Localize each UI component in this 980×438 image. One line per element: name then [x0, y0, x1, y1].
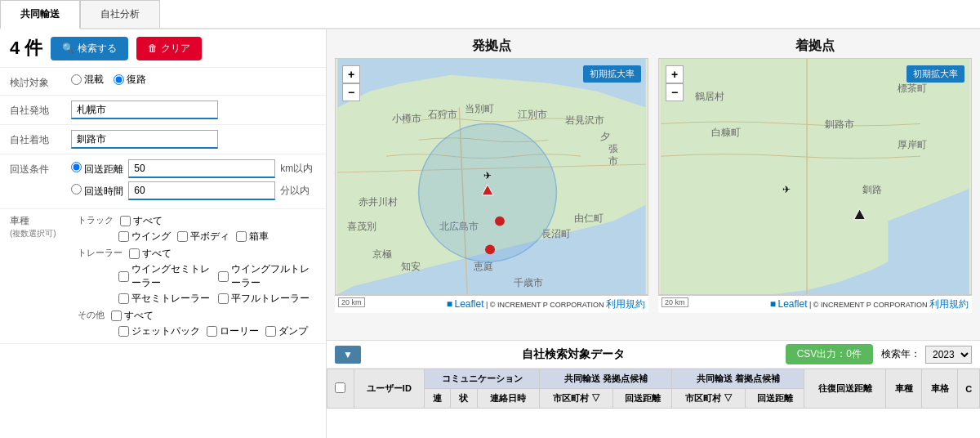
radio-distance[interactable]: 回送距離 — [71, 162, 123, 177]
th-comm-1: 連 — [424, 389, 450, 409]
truck-flat[interactable]: 平ボディ — [177, 230, 229, 244]
row-origin-city: 釧路市 — [540, 409, 613, 409]
radio-time[interactable]: 回送時間 — [71, 184, 123, 199]
other-all[interactable]: すべて — [111, 309, 154, 323]
search-button[interactable]: 🔍 検索する — [51, 37, 128, 60]
table-row: 927533 ✉ 釧路市 0km 恵庭市 27km 27km 箱車 6t — [327, 409, 980, 409]
trailer-wing-semi[interactable]: ウイングセミトレーラー — [118, 262, 216, 290]
right-map-footer: 20 km ■ Leaflet | © INCREMENT P CORPORAT… — [658, 295, 972, 313]
trailer-all[interactable]: すべて — [129, 247, 172, 261]
row-comm-1: ✉ — [424, 409, 450, 409]
right-panel: 発拠点 当別町 — [327, 29, 980, 438]
th-dest: 共同輸送 着拠点候補 — [672, 369, 804, 389]
distance-row: 回送距離 km以内 — [71, 159, 316, 178]
trailer-flat-semi[interactable]: 平セミトレーラー — [118, 292, 216, 306]
svg-text:標茶町: 標茶町 — [898, 83, 927, 94]
svg-text:✈: ✈ — [782, 184, 791, 195]
other-lowry[interactable]: ローリー — [207, 324, 259, 338]
right-map-controls: + − — [666, 65, 684, 101]
left-map-svg: 当別町 石狩市 小樽市 江別市 岩見沢市 夕 張 市 赤井川村 喜茂別 京極 知… — [336, 59, 648, 294]
row-dest-city: 恵庭市 — [672, 409, 746, 409]
data-table-container: ユーザーID コミュニケーション 共同輸送 発拠点候補 共同輸送 着拠点候補 往… — [327, 369, 980, 409]
year-dropdown[interactable]: 2023 2022 2024 — [925, 346, 972, 364]
collapse-button[interactable]: ▼ — [335, 346, 361, 364]
other-title: その他 — [78, 309, 105, 323]
th-origin-city: 市区町村 ▽ — [540, 389, 613, 409]
left-map-badge: 初期拡大率 — [583, 65, 641, 83]
svg-text:喜茂別: 喜茂別 — [347, 221, 376, 232]
origin-input[interactable] — [71, 101, 218, 119]
tab-own[interactable]: 自社分析 — [80, 0, 160, 28]
other-dump[interactable]: ダンプ — [265, 324, 308, 338]
svg-text:鶴居村: 鶴居村 — [695, 91, 724, 102]
row-other — [958, 409, 980, 409]
right-map-title: 着拠点 — [658, 38, 972, 55]
right-map: 鶴居村 標茶町 白糠町 釧路市 厚岸町 釧路 ✈ + − — [658, 58, 972, 295]
right-map-attribution: ■ Leaflet | © INCREMENT P CORPORATION 利用… — [770, 301, 969, 309]
truck-box[interactable]: 箱車 — [236, 230, 269, 244]
truck-all[interactable]: すべて — [120, 214, 163, 228]
distance-unit: km以内 — [280, 162, 313, 176]
svg-text:厚岸町: 厚岸町 — [898, 139, 927, 150]
trailer-flat-full[interactable]: 平フルトレーラー — [218, 292, 316, 306]
label-vehicle: 車種 — [10, 214, 71, 228]
left-map: 当別町 石狩市 小樽市 江別市 岩見沢市 夕 張 市 赤井川村 喜茂別 京極 知… — [335, 58, 648, 295]
bottom-header: ▼ 自社検索対象データ CSV出力：0件 検索年： 2023 2022 2024 — [327, 341, 980, 369]
th-user-id: ユーザーID — [354, 369, 424, 409]
right-map-container: 着拠点 鶴居村 — [658, 38, 972, 332]
bottom-area: ▼ 自社検索対象データ CSV出力：0件 検索年： 2023 2022 2024 — [327, 340, 980, 438]
row-origin-dist: 0km — [613, 409, 672, 409]
right-map-zoom-out[interactable]: − — [666, 83, 684, 101]
left-panel: 4 件 🔍 検索する 🗑 クリア 検討対象 混載 — [0, 29, 327, 438]
left-map-zoom-in[interactable]: + — [342, 65, 360, 83]
left-map-scale: 20 km — [338, 297, 365, 307]
data-table: ユーザーID コミュニケーション 共同輸送 発拠点候補 共同輸送 着拠点候補 往… — [327, 369, 980, 409]
th-dest-dist: 回送距離 — [746, 389, 804, 409]
svg-text:釧路: 釧路 — [862, 184, 882, 195]
th-vehicle-size: 車格 — [922, 369, 958, 409]
other-jet[interactable]: ジェットパック — [118, 324, 200, 338]
radio-return[interactable]: 復路 — [114, 73, 146, 87]
trailer-wing-full[interactable]: ウイングフルトレーラー — [218, 262, 316, 290]
vehicle-section: 車種 (複数選択可) トラック すべて ウイング — [0, 209, 326, 344]
svg-text:恵庭: 恵庭 — [473, 261, 493, 272]
svg-text:市: 市 — [608, 155, 618, 167]
trash-icon: 🗑 — [148, 42, 158, 54]
label-dest: 自社着地 — [10, 130, 71, 147]
tab-joint[interactable]: 共同輸送 — [0, 0, 80, 29]
label-target: 検討対象 — [10, 73, 71, 90]
result-count: 4 件 — [10, 36, 42, 60]
time-input[interactable] — [128, 181, 275, 200]
th-comm-date: 連絡日時 — [477, 389, 540, 409]
count-bar: 4 件 🔍 検索する 🗑 クリア — [0, 29, 326, 68]
left-map-zoom-out[interactable]: − — [342, 83, 360, 101]
form-row-conditions: 回送条件 回送距離 km以内 回送時間 分以内 — [0, 154, 326, 209]
svg-text:江別市: 江別市 — [518, 109, 547, 120]
right-map-zoom-in[interactable]: + — [666, 65, 684, 83]
svg-text:石狩市: 石狩市 — [428, 109, 457, 120]
year-selector: 検索年： 2023 2022 2024 — [881, 346, 972, 364]
svg-text:由仁町: 由仁町 — [574, 212, 604, 224]
right-map-scale: 20 km — [662, 297, 688, 307]
clear-button[interactable]: 🗑 クリア — [136, 37, 202, 60]
form-row-dest: 自社着地 — [0, 125, 326, 154]
th-round-dist: 往復回送距離 — [804, 369, 886, 409]
svg-text:✈: ✈ — [483, 170, 492, 181]
svg-text:知安: 知安 — [401, 261, 421, 272]
label-origin: 自社発地 — [10, 101, 71, 118]
csv-button[interactable]: CSV出力：0件 — [786, 344, 873, 364]
right-map-svg: 鶴居村 標茶町 白糠町 釧路市 厚岸町 釧路 ✈ — [659, 59, 971, 294]
svg-text:当別町: 当別町 — [465, 103, 494, 114]
row-comm-2 — [451, 409, 477, 409]
svg-text:京極: 京極 — [372, 248, 392, 260]
svg-text:夕: 夕 — [600, 131, 610, 142]
dest-input[interactable] — [71, 130, 218, 149]
row-checkbox — [327, 409, 354, 409]
th-origin: 共同輸送 発拠点候補 — [540, 369, 672, 389]
th-comm-2: 状 — [451, 389, 477, 409]
distance-input[interactable] — [128, 159, 275, 178]
th-origin-dist: 回送距離 — [613, 389, 672, 409]
radio-mixed[interactable]: 混載 — [71, 73, 104, 87]
truck-wing[interactable]: ウイング — [118, 230, 171, 244]
section-title: 自社検索対象データ — [369, 347, 777, 362]
